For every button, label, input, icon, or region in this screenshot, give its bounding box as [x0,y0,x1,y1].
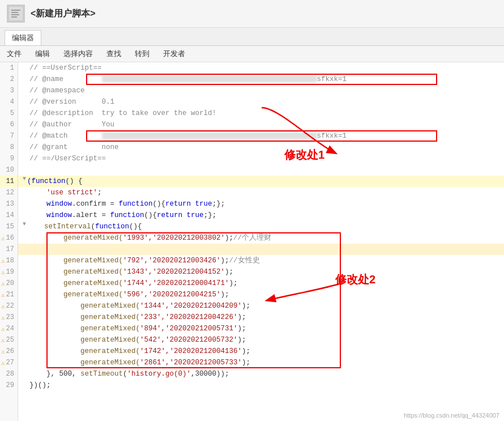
code-text-7: // @match sfkxk=1 [29,130,347,142]
menu-dev[interactable]: 开发者 [161,48,187,60]
warning-icon: ⚠ [1,337,5,344]
warning-icon: ⚠ [1,314,5,321]
tab-bar: 编辑器 [0,28,504,46]
fold-arrow[interactable]: ▼ [23,176,26,182]
code-text-2: // @name sfkxk=1 [29,74,347,85]
line-number-20: ⚠20 [0,278,18,289]
code-area[interactable]: // ==UserScript==// @name sfkxk=1// @nam… [18,62,504,421]
warning-icon: ⚠ [1,269,5,276]
code-line-18: generateMixed('792','202020212003426');/… [18,255,504,266]
code-line-13: window.confirm = function(){return true;… [18,198,504,210]
code-line-24: generateMixed('894','202020212005731'); [18,323,504,334]
code-line-6: // @author You [18,119,504,130]
code-text-26: generateMixed('1742','202020212004136'); [29,346,250,357]
code-text-14: window.alert = function(){return true;}; [29,210,216,221]
warning-icon: ⚠ [1,303,5,310]
menu-select[interactable]: 选择内容 [61,48,95,60]
line-number-13: 13 [0,198,18,210]
menu-file[interactable]: 文件 [5,48,24,60]
code-text-3: // @namespace [29,85,85,96]
editor-tab[interactable]: 编辑器 [5,30,41,45]
code-text-18: generateMixed('792','202020212003426');/… [29,255,260,266]
menu-edit[interactable]: 编辑 [33,48,52,60]
line-number-22: ⚠22 [0,300,18,312]
code-line-20: generateMixed('1744','2020202120004171')… [18,278,504,289]
code-text-1: // ==UserScript== [29,62,102,74]
line-number-7: 7 [0,130,18,142]
line-number-8: 8 [0,142,18,153]
code-text-15: setInterval(function(){ [27,221,142,232]
warning-icon: ⚠ [1,235,5,242]
line-number-9: 9 [0,153,18,164]
code-text-28: }, 500, setTimeout('history.go(0)',30000… [29,368,229,380]
line-number-26: ⚠26 [0,346,18,357]
code-text-19: generateMixed('1343','202020212004152'); [29,266,233,278]
title-icon [7,5,25,23]
code-text-25: generateMixed('542','202020212005732'); [29,334,246,346]
code-text-11: (function() { [27,176,83,187]
code-text-5: // @description try to take over the wor… [29,108,216,119]
code-line-22: generateMixed('1344','202020212004209'); [18,300,504,312]
warning-icon: ⚠ [1,348,5,355]
code-line-15: ▼ setInterval(function(){ [18,221,504,232]
code-line-23: generateMixed('233','202020212004226'); [18,312,504,323]
code-line-27: generateMixed('2861','202020212005733'); [18,357,504,368]
code-text-13: window.confirm = function(){return true;… [29,198,225,210]
code-line-7: // @match sfkxk=1 [18,130,504,142]
svg-rect-0 [9,7,23,20]
line-number-24: ⚠24 [0,323,18,334]
line-number-17: 17 [0,244,18,255]
code-line-21: generateMixed('596','202020212004215'); [18,289,504,300]
line-number-16: ⚠16 [0,232,18,244]
menu-find[interactable]: 查找 [104,48,123,60]
line-number-21: ⚠21 [0,289,18,300]
code-line-26: generateMixed('1742','202020212004136'); [18,346,504,357]
line-number-23: ⚠23 [0,312,18,323]
code-text-16: generateMixed('1993','202020212003802');… [29,232,271,244]
code-line-11: ▼(function() { [18,176,504,187]
code-line-14: window.alert = function(){return true;}; [18,210,504,221]
code-text-27: generateMixed('2861','202020212005733'); [29,357,250,368]
code-text-12: 'use strict'; [29,187,102,198]
code-line-16: generateMixed('1993','202020212003802');… [18,232,504,244]
code-line-2: // @name sfkxk=1 [18,74,504,85]
menu-bar: 文件 编辑 选择内容 查找 转到 开发者 [0,46,504,62]
line-number-28: 28 [0,368,18,380]
warning-icon: ⚠ [1,359,5,367]
line-number-27: ⚠27 [0,357,18,368]
line-number-2: 2 [0,74,18,85]
code-line-10 [18,164,504,176]
code-line-29: })(); [18,380,504,391]
line-number-5: 5 [0,108,18,119]
code-line-25: generateMixed('542','202020212005732'); [18,334,504,346]
line-number-4: 4 [0,96,18,108]
editor-main[interactable]: // ==UserScript==// @name sfkxk=1// @nam… [18,62,504,421]
code-line-9: // ==/UserScript== [18,153,504,164]
title-bar: <新建用户脚本> [0,0,504,28]
warning-icon: ⚠ [1,291,5,299]
fold-arrow[interactable]: ▼ [23,221,26,227]
line-number-15: 15 [0,221,18,232]
code-text-21: generateMixed('596','202020212004215'); [29,289,229,300]
code-line-3: // @namespace [18,85,504,96]
warning-icon: ⚠ [1,325,5,333]
code-line-5: // @description try to take over the wor… [18,108,504,119]
code-text-24: generateMixed('894','202020212005731'); [29,323,246,334]
line-number-1: 1 [0,62,18,74]
code-text-6: // @author You [29,119,114,130]
code-line-4: // @version 0.1 [18,96,504,108]
line-number-10: 10 [0,164,18,176]
editor: 12345678910▶1112131415⚠1617⚠18⚠19⚠20⚠21⚠… [0,62,504,421]
line-number-18: ⚠18 [0,255,18,266]
code-text-9: // ==/UserScript== [29,153,106,164]
code-text-29: })(); [29,380,51,391]
line-number-14: 14 [0,210,18,221]
line-numbers-col: 12345678910▶1112131415⚠1617⚠18⚠19⚠20⚠21⚠… [0,62,18,421]
line-number-29: 29 [0,380,18,391]
code-line-28: }, 500, setTimeout('history.go(0)',30000… [18,368,504,380]
menu-goto[interactable]: 转到 [133,48,152,60]
line-number-19: ⚠19 [0,266,18,278]
warning-icon: ⚠ [1,257,5,265]
window-title: <新建用户脚本> [31,8,96,20]
line-number-3: 3 [0,85,18,96]
